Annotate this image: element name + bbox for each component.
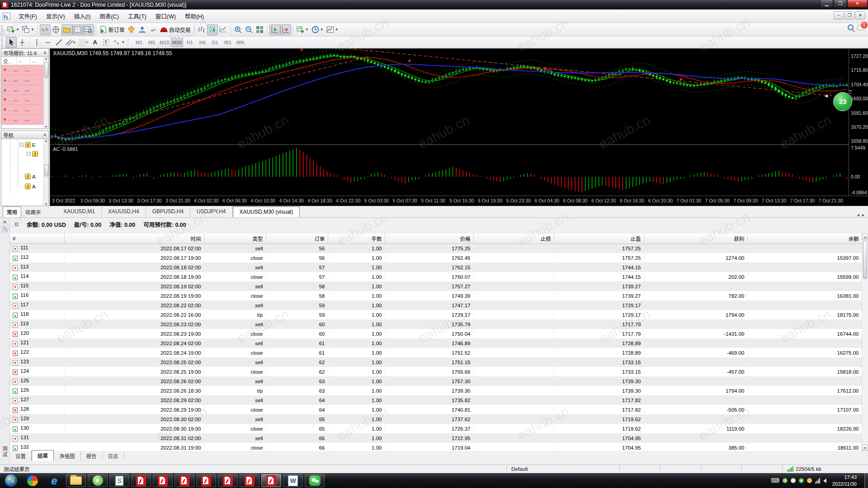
table-row[interactable]: ▾1172022.08.22 02:00sell591.001747.17172… [10,300,862,310]
keyboard-icon[interactable]: ⌨ [771,477,779,484]
price-chart[interactable]: ◆◆◆◆◀▼ [50,49,849,196]
table-row[interactable]: ▾1222022.08.24 19:00close611.001751.5217… [10,348,862,357]
tray-e-icon[interactable]: e [799,478,804,483]
results-table-header[interactable]: #时间类型订单手数价格止损止盈获利余额 [10,234,862,244]
menu-item-0[interactable]: 文件(F) [14,10,42,22]
timeframe-d1[interactable]: D1 [209,38,221,47]
fibonacci-button[interactable]: F [77,37,90,48]
taskbar-clock[interactable]: 17:43 2022/11/30 [832,474,857,487]
column-header-1[interactable]: 时间 [64,234,204,244]
search-icon[interactable] [848,24,854,30]
taskbar-item-notes[interactable]: S [109,474,129,487]
scroll-down-icon[interactable]: ▼ [862,445,868,451]
table-row[interactable]: ▾1132022.08.18 02:00sell571.001762.15174… [10,263,862,272]
zoom-out-button[interactable] [244,24,255,35]
data-window-button[interactable] [51,24,61,35]
taskbar-item-wechat[interactable] [305,474,325,487]
close-button[interactable]: ✕ [847,0,868,8]
collapse-icon[interactable]: − [19,143,24,147]
menu-item-1[interactable]: 显示(V) [42,10,70,22]
toolbar-grip[interactable] [1,38,5,47]
market-watch-scrollbar[interactable]: ▲ ▼ [43,57,48,128]
table-row[interactable]: ▾1152022.08.19 02:00sell581.001757.27173… [10,282,862,291]
tray-bubble-icon[interactable] [791,478,796,483]
profile-cell[interactable]: Default [506,465,619,473]
taskbar-item-mt-0[interactable] [131,474,151,487]
terminal-tab-报告[interactable]: 报告 [81,451,103,461]
navigator-button[interactable] [61,24,72,35]
chat-icon[interactable]: 1 [857,25,864,30]
candlestick-button[interactable] [207,24,218,35]
taskbar-item-browser[interactable]: e [88,474,108,487]
scrollbar-thumb[interactable] [44,62,48,78]
table-row[interactable]: ▾1202022.08.23 19:00close601.001750.0417… [10,329,862,338]
crosshair-tool-button[interactable]: ┼ [17,37,28,48]
timeframe-h1[interactable]: H1 [184,38,196,47]
taskbar-item-mt-4[interactable] [218,474,238,487]
metaeditor-button[interactable] [126,24,137,35]
column-header-5[interactable]: 价格 [385,234,473,244]
column-header-9[interactable]: 余额 [747,234,862,244]
timeframe-m30[interactable]: M30 [171,38,183,47]
navigator-tab-常用[interactable]: 常用 [3,206,21,217]
column-header-3[interactable]: 订单 [266,234,328,244]
table-row[interactable]: ▾1242022.08.25 19:00close621.001755.6617… [10,367,862,376]
market-watch-row[interactable]: ▼ ....... [1,115,48,125]
timeframe-m5[interactable]: M5 [146,38,158,47]
timeframe-m15[interactable]: M15 [158,38,170,47]
taskbar-item-mt-3[interactable] [196,474,216,487]
table-scrollbar[interactable]: ▲ ▼ [862,234,868,451]
show-desktop-button[interactable] [864,473,868,488]
navigator-item-2[interactable]: fA [25,174,36,179]
column-header-6[interactable]: 止损 [473,234,554,244]
taskbar-item-mt-6[interactable] [261,474,281,487]
table-row[interactable]: ▾1272022.08.29 02:00sell641.001735.82171… [10,395,862,405]
restore-button[interactable]: ❐ [834,0,847,8]
close-icon[interactable]: ✕ [43,133,47,137]
chart-tab[interactable]: GBPUSD,H4 [146,206,190,217]
market-watch-column-0[interactable]: 交... [1,57,17,65]
terminal-button[interactable] [72,24,83,35]
strategy-tester-button[interactable] [83,24,94,35]
table-row[interactable]: ▴1302022.08.30 19:00close651.001726.3717… [10,424,862,433]
notification-bubble[interactable]: 23 [833,92,852,111]
taskbar-item-mt-2[interactable] [175,474,194,487]
market-watch-row[interactable]: ▼ ....... [1,65,48,75]
navigator-scrollbar[interactable]: ▲ ▼ [43,139,48,206]
scroll-down-icon[interactable]: ▼ [44,125,48,128]
tray-coin-icon[interactable]: + [807,478,812,483]
timeframe-w1[interactable]: W1 [222,38,234,47]
collapse-icon[interactable]: − [27,152,31,156]
close-icon[interactable]: ✕ [43,51,47,55]
taskbar-item-word[interactable]: W [283,474,303,487]
taskbar-item-ie[interactable]: e [44,474,64,487]
chart-tab[interactable]: USDJPY,H4 [190,206,232,217]
menu-item-2[interactable]: 插入(I) [70,10,95,22]
cursor-tool-button[interactable] [6,37,17,48]
terminal-tab-结果[interactable]: 结果 [32,450,54,461]
scrollbar-thumb[interactable] [44,164,48,176]
column-header-7[interactable]: 止盈 [554,234,644,244]
navigator-tab-收藏夹[interactable]: 收藏夹 [21,206,45,217]
scroll-down-icon[interactable]: ▼ [44,202,48,206]
market-watch-button[interactable] [40,24,51,35]
table-row[interactable]: ▴1122022.08.17 19:00close561.001762.4517… [10,253,862,263]
market-watch-row[interactable]: ▲ ....... [1,75,48,85]
text-tool-button[interactable]: A [90,37,100,48]
new-chart-button[interactable]: ▼ [6,24,21,35]
terminal-tab-设置[interactable]: 设置 [10,451,32,461]
column-header-8[interactable]: 获利 [644,234,747,244]
network-signal-icon[interactable] [815,478,820,483]
table-row[interactable]: ▴1162022.08.19 19:00close581.001749.3917… [10,291,862,300]
column-header-0[interactable]: # [10,234,64,244]
menu-item-3[interactable]: 图表(C) [95,10,123,22]
table-row[interactable]: ▴1142022.08.18 19:00close571.001760.0717… [10,272,862,282]
menu-item-4[interactable]: 工具(T) [123,10,151,22]
timeframe-h4[interactable]: H4 [196,38,208,47]
profiles-button[interactable]: ▼ [21,24,36,35]
table-row[interactable]: ▾1292022.08.30 02:00sell651.001737.62171… [10,414,862,424]
chart-window[interactable]: XAUUSD,M30 1749.55 1749.97 1749.16 1749.… [50,48,868,206]
community-button[interactable] [137,24,148,35]
child-restore-button[interactable]: ❐ [844,11,854,19]
chart-tab[interactable]: XAUUSD,M1 [57,206,102,217]
